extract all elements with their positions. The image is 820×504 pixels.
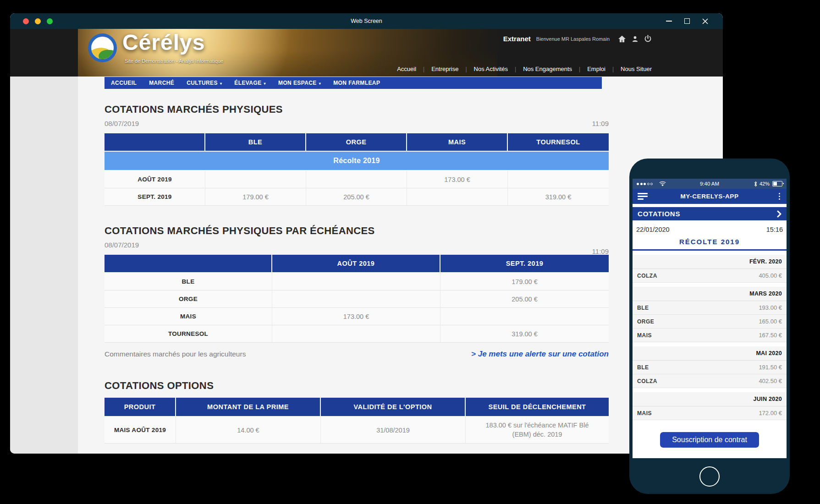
phone-date-row: 22/01/2020 15:16 [633, 220, 787, 234]
topnav-separator: | [423, 66, 424, 72]
topnav-item-emploi[interactable]: Emploi [587, 66, 605, 72]
blue-sub-navigation: ACCUEILMARCHÉCULTURES▾ÉLEVAGE▾MON ESPACE… [105, 77, 602, 89]
quote-product: BLE [637, 305, 649, 311]
overflow-menu-icon[interactable] [777, 192, 782, 202]
table-cell [205, 171, 306, 188]
phone-mockup: 9:40 AM 42% MY-CERELYS-APP [629, 159, 790, 494]
cotations-header-bar[interactable]: COTATIONS [633, 207, 787, 220]
subnav-item-accueil[interactable]: ACCUEIL [111, 80, 137, 86]
phone-app-bar: MY-CERELYS-APP [633, 189, 787, 204]
user-icon[interactable] [632, 35, 638, 43]
column-header-montant-de-la-prime: MONTANT DE LA PRIME [176, 398, 321, 417]
quote-row: MAIS172.00 € [633, 406, 787, 420]
quote-product: ORGE [637, 318, 654, 325]
maximize-icon[interactable] [684, 18, 690, 24]
app-title: MY-CERELYS-APP [633, 193, 787, 200]
column-header-validite-de-l-option: VALIDITÉ DE L'OPTION [321, 398, 466, 417]
topnav-item-nos-engagements[interactable]: Nos Engagements [523, 66, 572, 72]
window-title: Web Screen [10, 18, 723, 24]
topnav-separator: | [579, 66, 580, 72]
bluetooth-icon [754, 181, 758, 187]
cotations-label: COTATIONS [638, 210, 680, 218]
browser-window: Web Screen Cérélys Site de Démonstratio [10, 13, 723, 454]
column-header-blank [105, 133, 205, 152]
quote-price: 405.00 € [759, 272, 782, 279]
phone-quotes-list: FÉVR. 2020COLZA405.00 €MARS 2020BLE193.0… [633, 255, 787, 420]
topnav-item-accueil[interactable]: Accueil [397, 66, 416, 72]
quote-row: BLE193.00 € [633, 301, 787, 315]
column-header-mais: MAIS [407, 133, 508, 152]
power-logout-icon[interactable] [644, 35, 652, 43]
column-header-blank [105, 255, 272, 273]
column-header-tournesol: TOURNESOL [508, 133, 609, 152]
options-table: PRODUITMONTANT DE LA PRIMEVALIDITÉ DE L'… [105, 398, 609, 444]
subnav-item-marche[interactable]: MARCHÉ [149, 80, 174, 86]
row-header: BLE [105, 273, 272, 290]
comment-row: Commentaires marchés pour les agriculteu… [105, 350, 609, 359]
physiques-date-row: 08/07/2019 11:09 [105, 120, 609, 127]
phone-home-button[interactable] [699, 466, 720, 487]
close-icon[interactable] [702, 18, 708, 24]
minimize-traffic-light[interactable] [35, 18, 41, 24]
topnav-separator: | [515, 66, 516, 72]
month-group-fevr-2020: FÉVR. 2020COLZA405.00 € [633, 255, 787, 283]
home-icon[interactable] [618, 35, 626, 43]
subnav-item-mon-espace[interactable]: MON ESPACE▾ [278, 80, 321, 86]
harvest-heading: RÉCOLTE 2019 [633, 236, 787, 251]
subnav-item-elevage[interactable]: ÉLEVAGE▾ [234, 80, 266, 86]
month-header: MAI 2020 [633, 346, 787, 361]
echeances-date-row: 08/07/2019 11:09 [105, 241, 609, 249]
table-cell: 173.00 € [272, 308, 440, 325]
subscribe-contract-button[interactable]: Souscription de contrat [660, 432, 759, 448]
minimize-icon[interactable] [666, 21, 672, 22]
set-alert-link[interactable]: > Je mets une alerte sur une cotation [471, 350, 609, 359]
topnav-separator: | [612, 66, 614, 72]
hamburger-menu-icon[interactable] [638, 193, 648, 200]
topnav-item-entreprise[interactable]: Entreprise [431, 66, 458, 72]
quote-row: COLZA402.50 € [633, 374, 787, 388]
table-cell: 183.00 € sur l'échéance MATIF Blé (EBM) … [466, 417, 609, 444]
market-comment-text: Commentaires marchés pour les agriculteu… [105, 350, 246, 358]
phone-date: 22/01/2020 [636, 226, 670, 233]
column-header-orge: ORGE [306, 133, 407, 152]
quote-price: 167.50 € [759, 332, 782, 339]
quote-price: 191.50 € [759, 364, 782, 371]
row-header: SEPT. 2019 [105, 188, 205, 206]
table-cell: 173.00 € [407, 171, 508, 188]
table-cell [407, 188, 508, 206]
subnav-item-mon-farmleap[interactable]: MON FARMLEAP [333, 80, 380, 86]
table-cell: 205.00 € [306, 188, 407, 206]
column-header-sept-2019: SEPT. 2019 [440, 255, 609, 273]
quote-row: MAIS167.50 € [633, 329, 787, 342]
welcome-text: Bienvenue MR Laspales Romain [536, 36, 610, 42]
battery-percent: 42% [759, 181, 770, 186]
phone-status-bar: 9:40 AM 42% [633, 179, 787, 189]
close-traffic-light[interactable] [23, 18, 29, 24]
physiques-table: BLEORGEMAISTOURNESOLRécolte 2019AOÛT 201… [105, 133, 609, 206]
quote-product: COLZA [637, 378, 657, 384]
table-cell [272, 290, 440, 308]
column-header-ble: BLE [205, 133, 306, 152]
topnav-item-nos-activites[interactable]: Nos Activités [474, 66, 508, 72]
chevron-right-icon [777, 210, 781, 218]
table-cell: 319.00 € [440, 325, 609, 343]
topnav-item-nous-situer[interactable]: Nous Situer [621, 66, 652, 72]
zoom-traffic-light[interactable] [47, 18, 53, 24]
extranet-bar: Extranet Bienvenue MR Laspales Romain [503, 35, 652, 43]
cerelys-logo[interactable] [88, 33, 117, 62]
quote-price: 165.00 € [759, 318, 782, 325]
row-header: MAIS AOÛT 2019 [105, 417, 176, 444]
subnav-item-cultures[interactable]: CULTURES▾ [187, 80, 222, 86]
table-cell: 205.00 € [440, 290, 609, 308]
status-right-cluster: 42% [754, 181, 782, 187]
month-header: JUIN 2020 [633, 392, 787, 406]
table-cell: 14.00 € [176, 417, 321, 444]
table-cell: 179.00 € [205, 188, 306, 206]
month-group-mai-2020: MAI 2020BLE191.50 €COLZA402.50 € [633, 346, 787, 388]
month-header: MARS 2020 [633, 287, 787, 301]
month-group-juin-2020: JUIN 2020MAIS172.00 € [633, 392, 787, 420]
table-cell [272, 273, 440, 290]
window-controls [666, 18, 708, 24]
traffic-lights [23, 18, 53, 24]
main-navigation: Accueil|Entreprise|Nos Activités|Nos Eng… [397, 66, 652, 72]
